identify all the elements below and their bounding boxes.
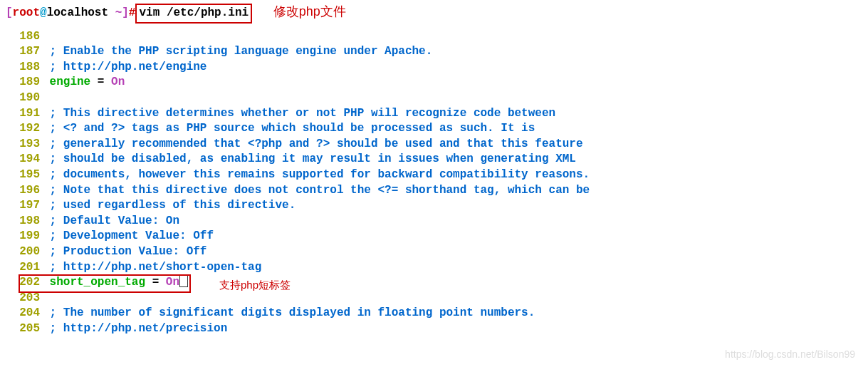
prompt-bracket-open: [	[6, 6, 13, 19]
code-line: 192 ; <? and ?> tags as PHP source which…	[6, 121, 862, 137]
code-line: 202 short_open_tag = On支持php短标签	[6, 275, 862, 291]
line-number: 199	[6, 229, 40, 244]
code-line: 187 ; Enable the PHP scripting language …	[6, 44, 862, 60]
cursor-icon	[179, 275, 188, 287]
code-line: 199 ; Development Value: Off	[6, 229, 862, 244]
line-number: 194	[6, 152, 40, 167]
prompt-at: @	[40, 6, 47, 19]
comment-text: ; This directive determines whether or n…	[50, 107, 556, 120]
line-number: 191	[6, 106, 40, 122]
code-line: 186	[6, 29, 862, 45]
prompt-host: localhost	[47, 6, 115, 19]
line-number: 196	[6, 183, 40, 199]
comment-text: ; Note that this directive does not cont…	[50, 184, 590, 197]
code-line: 191 ; This directive determines whether …	[6, 106, 862, 122]
command-highlight-box: vim /etc/php.ini	[135, 4, 252, 24]
comment-text: ; should be disabled, as enabling it may…	[50, 153, 576, 165]
code-line: 193 ; generally recommended that <?php a…	[6, 137, 862, 153]
shell-prompt-line: [root@localhost ~]# vim /etc/php.ini 修改p…	[6, 3, 862, 24]
comment-text: ; http://php.net/short-open-tag	[50, 261, 262, 274]
line-number: 193	[6, 137, 40, 153]
line-number: 197	[6, 198, 40, 214]
comment-text: ; <? and ?> tags as PHP source which sho…	[50, 122, 535, 135]
comment-text: ; documents, however this remains suppor…	[50, 168, 590, 181]
comment-text: ; generally recommended that <?php and ?…	[50, 138, 583, 150]
code-line: 200 ; Production Value: Off	[6, 244, 862, 260]
comment-text: ; used regardless of this directive.	[50, 199, 296, 212]
code-line: 197 ; used regardless of this directive.	[6, 198, 862, 214]
directive-name: engine	[50, 76, 91, 88]
code-line: 195 ; documents, however this remains su…	[6, 167, 862, 183]
line-number: 200	[6, 244, 40, 260]
line-number: 192	[6, 121, 40, 137]
line-number: 205	[6, 321, 40, 337]
directive-value: On	[166, 276, 179, 289]
line-number: 189	[6, 75, 40, 91]
code-line: 194 ; should be disabled, as enabling it…	[6, 152, 862, 167]
comment-text: ; Production Value: Off	[50, 245, 207, 258]
equals-sign: =	[145, 276, 166, 289]
line-number: 188	[6, 60, 40, 76]
code-line: 203	[6, 291, 862, 306]
shell-command: vim /etc/php.ini	[139, 6, 249, 19]
line-number: 187	[6, 44, 40, 60]
line-number: 198	[6, 214, 40, 229]
line-number: 195	[6, 167, 40, 183]
line-number: 202	[6, 275, 40, 291]
annotation-modify-php: 修改php文件	[273, 4, 346, 19]
code-line: 190	[6, 91, 862, 106]
code-line: 205 ; http://php.net/precision	[6, 321, 862, 337]
line-number: 203	[6, 291, 40, 306]
comment-text: ; Development Value: Off	[50, 229, 214, 242]
prompt-hash: #	[129, 6, 136, 19]
line-number: 190	[6, 91, 40, 106]
code-line: 201 ; http://php.net/short-open-tag	[6, 260, 862, 276]
vim-editor-content[interactable]: 186 187 ; Enable the PHP scripting langu…	[6, 29, 862, 337]
equals-sign: =	[90, 76, 111, 88]
comment-text: ; The number of significant digits displ…	[50, 306, 535, 319]
line-number: 186	[6, 29, 40, 45]
code-line: 188 ; http://php.net/engine	[6, 60, 862, 76]
comment-text: ; Enable the PHP scripting language engi…	[50, 45, 433, 58]
code-line: 198 ; Default Value: On	[6, 214, 862, 229]
code-line: 196 ; Note that this directive does not …	[6, 183, 862, 199]
comment-text: ; http://php.net/engine	[50, 61, 207, 73]
comment-text: ; http://php.net/precision	[50, 322, 228, 335]
line-number: 201	[6, 260, 40, 276]
comment-text: ; Default Value: On	[50, 214, 179, 227]
directive-name: short_open_tag	[50, 276, 145, 289]
code-line: 189 engine = On	[6, 75, 862, 91]
line-number: 204	[6, 306, 40, 321]
prompt-path: ~	[115, 6, 122, 19]
terminal-view: [root@localhost ~]# vim /etc/php.ini 修改p…	[0, 0, 868, 339]
prompt-bracket-close: ]	[122, 6, 129, 19]
directive-value: On	[111, 76, 125, 88]
prompt-user: root	[13, 6, 40, 19]
code-line: 204 ; The number of significant digits d…	[6, 306, 862, 321]
